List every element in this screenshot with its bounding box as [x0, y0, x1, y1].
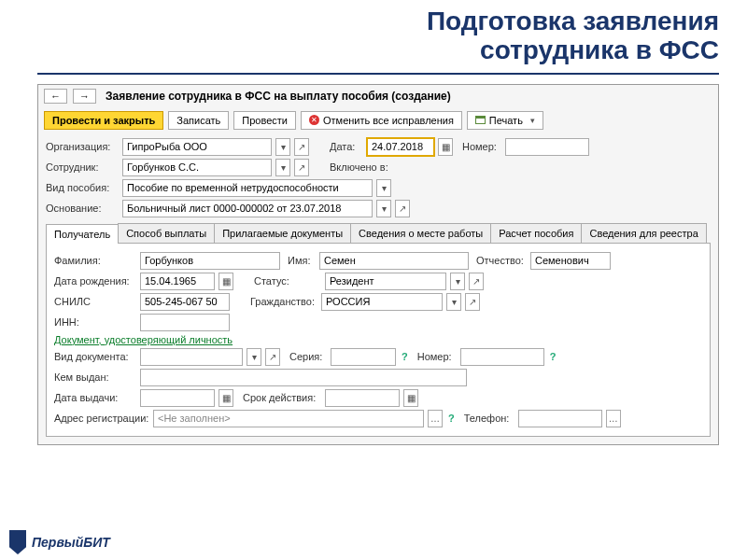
submit-button[interactable]: Провести — [233, 111, 296, 130]
expiry-calendar-icon[interactable]: ▦ — [403, 389, 418, 407]
doc-number-label: Номер: — [417, 351, 457, 362]
employee-dropdown-icon[interactable]: ▾ — [275, 159, 290, 176]
nav-back-button[interactable]: ← — [44, 89, 67, 104]
issue-date-label: Дата выдачи: — [54, 392, 136, 403]
org-input[interactable] — [122, 138, 272, 156]
status-label: Статус: — [254, 275, 321, 287]
employee-label: Сотрудник: — [46, 161, 119, 173]
cancel-fixes-button[interactable]: ✕ Отменить все исправления — [301, 111, 462, 130]
save-button[interactable]: Записать — [168, 111, 229, 130]
slide-title-line1: Подготовка заявления — [427, 7, 719, 35]
lastname-label: Фамилия: — [54, 255, 136, 266]
toolbar: Провести и закрыть Записать Провести ✕ О… — [38, 107, 718, 133]
org-label: Организация: — [46, 141, 119, 152]
tab-content: Фамилия: Имя: Отчество: Дата рождения: ▦… — [46, 244, 711, 437]
citizenship-label: Гражданство: — [250, 296, 317, 307]
title-divider — [37, 73, 719, 75]
cancel-icon: ✕ — [309, 115, 319, 125]
tab-work-info[interactable]: Сведения о месте работы — [350, 223, 491, 243]
doc-series-label: Серия: — [289, 351, 327, 362]
tab-benefit-calc[interactable]: Расчет пособия — [490, 223, 582, 243]
app-window: ← → Заявление сотрудника в ФСС на выплат… — [37, 84, 719, 445]
org-dropdown-icon[interactable]: ▾ — [275, 138, 290, 156]
tab-payment-method[interactable]: Способ выплаты — [118, 223, 215, 243]
issue-date-input[interactable] — [140, 389, 215, 407]
employee-input[interactable] — [122, 159, 272, 176]
footer-brand: ПервыйБИТ — [9, 530, 110, 554]
basis-label: Основание: — [46, 203, 119, 214]
print-icon — [475, 116, 486, 124]
inn-label: ИНН: — [54, 316, 136, 328]
window-title: Заявление сотрудника в ФСС на выплату по… — [106, 90, 451, 103]
expiry-input[interactable] — [325, 389, 400, 407]
benefit-type-dropdown-icon[interactable]: ▾ — [376, 179, 391, 197]
window-header: ← → Заявление сотрудника в ФСС на выплат… — [38, 85, 718, 107]
tab-recipient[interactable]: Получатель — [46, 224, 119, 244]
date-label: Дата: — [330, 141, 363, 152]
id-doc-link[interactable]: Документ, удостоверяющий личность — [54, 334, 233, 345]
snils-input[interactable] — [140, 293, 230, 311]
number-label: Номер: — [462, 141, 501, 152]
issued-by-input[interactable] — [140, 369, 467, 386]
status-open-icon[interactable]: ↗ — [469, 273, 484, 290]
number-help-icon[interactable]: ? — [550, 351, 557, 362]
submit-close-button[interactable]: Провести и закрыть — [44, 111, 163, 130]
lastname-input[interactable] — [140, 252, 280, 270]
cancel-fixes-label: Отменить все исправления — [323, 115, 454, 126]
status-input[interactable] — [325, 273, 446, 290]
doc-type-open-icon[interactable]: ↗ — [265, 348, 280, 366]
employee-open-icon[interactable]: ↗ — [294, 159, 309, 176]
citizenship-open-icon[interactable]: ↗ — [465, 293, 480, 311]
patronymic-input[interactable] — [530, 252, 611, 270]
reg-address-input[interactable]: <Не заполнен> — [153, 410, 424, 427]
benefit-type-input[interactable] — [122, 179, 373, 197]
print-label: Печать — [489, 115, 523, 126]
nav-forward-button[interactable]: → — [73, 89, 96, 104]
basis-open-icon[interactable]: ↗ — [395, 200, 410, 217]
citizenship-input[interactable] — [321, 293, 443, 311]
tab-attached-docs[interactable]: Прилагаемые документы — [214, 223, 351, 243]
phone-more-icon[interactable]: … — [606, 410, 621, 427]
tab-registry-info[interactable]: Сведения для реестра — [581, 223, 706, 243]
brand-flag-icon — [9, 530, 26, 554]
series-help-icon[interactable]: ? — [402, 351, 408, 362]
snils-label: СНИЛС — [54, 296, 136, 307]
firstname-label: Имя: — [288, 255, 316, 266]
doc-type-dropdown-icon[interactable]: ▾ — [247, 348, 261, 366]
doc-series-input[interactable] — [331, 348, 396, 366]
date-input[interactable] — [367, 138, 434, 156]
form-body: Организация: ▾ ↗ Дата: ▦ Номер: Сотрудни… — [38, 133, 718, 444]
phone-label: Телефон: — [464, 413, 514, 424]
basis-input[interactable] — [122, 200, 373, 217]
print-button[interactable]: Печать — [467, 111, 543, 130]
dob-label: Дата рождения: — [54, 275, 136, 287]
included-label: Включено в: — [330, 161, 395, 173]
reg-address-label: Адрес регистрации: — [54, 413, 149, 424]
doc-number-input[interactable] — [460, 348, 544, 366]
slide-title-line2: сотрудника в ФСС — [480, 35, 719, 64]
firstname-input[interactable] — [319, 252, 469, 270]
issue-date-calendar-icon[interactable]: ▦ — [218, 389, 233, 407]
issued-by-label: Кем выдан: — [54, 371, 136, 383]
expiry-label: Срок действия: — [243, 392, 321, 403]
org-open-icon[interactable]: ↗ — [294, 138, 309, 156]
number-input[interactable] — [505, 138, 589, 156]
date-calendar-icon[interactable]: ▦ — [438, 138, 453, 156]
reg-address-help-icon[interactable]: ? — [448, 413, 455, 424]
doc-type-label: Вид документа: — [54, 351, 136, 362]
reg-address-more-icon[interactable]: … — [428, 410, 443, 427]
citizenship-dropdown-icon[interactable]: ▾ — [446, 293, 461, 311]
tabs: Получатель Способ выплаты Прилагаемые до… — [46, 223, 711, 244]
dob-calendar-icon[interactable]: ▦ — [218, 273, 233, 290]
patronymic-label: Отчество: — [476, 255, 527, 266]
benefit-type-label: Вид пособия: — [46, 182, 119, 193]
dob-input[interactable] — [140, 273, 215, 290]
doc-type-input[interactable] — [140, 348, 243, 366]
brand-text: ПервыйБИТ — [32, 535, 110, 550]
basis-dropdown-icon[interactable]: ▾ — [376, 200, 391, 217]
status-dropdown-icon[interactable]: ▾ — [450, 273, 465, 290]
inn-input[interactable] — [140, 314, 230, 331]
phone-input[interactable] — [518, 410, 602, 427]
